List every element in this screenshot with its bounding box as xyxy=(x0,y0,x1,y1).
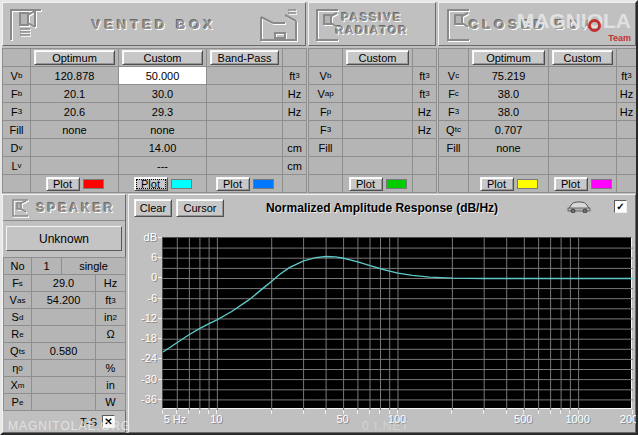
x-axis-tick-label: 100 xyxy=(388,413,406,425)
vented-box-header: VENTED BOX xyxy=(2,2,306,46)
closed-custom-plot-button[interactable]: Plot xyxy=(554,177,588,191)
speaker-eta0-value[interactable] xyxy=(32,360,96,377)
passive-fill-custom[interactable] xyxy=(343,139,413,157)
vented-f3-custom: 29.3 xyxy=(119,103,207,121)
x-axis-tick xyxy=(208,410,209,414)
speaker-sd-value[interactable] xyxy=(32,309,96,326)
vented-fill-optimum[interactable]: none xyxy=(31,121,119,139)
ts-checkbox[interactable]: ✕ xyxy=(102,415,115,428)
table-row: Vb ft3 xyxy=(309,67,437,85)
table-header-row: Optimum Custom Band-Pass xyxy=(3,49,307,67)
passive-plot-button[interactable]: Plot xyxy=(349,177,383,191)
chart-title: Normalized Amplitude Response (dB/Hz) xyxy=(129,201,635,215)
table-row: η0 % xyxy=(4,360,126,377)
passive-radiator-header: PASSIVE RADIATOR xyxy=(308,2,436,46)
app-window: VENTED BOX PASSIVE RADIATOR CLOSED xyxy=(0,0,638,435)
passive-vb-custom-input[interactable] xyxy=(343,67,413,85)
chart-toolbar: Clear Cursor Normalized Amplitude Respon… xyxy=(129,195,635,221)
x-axis-tick xyxy=(397,410,398,414)
speaker-vas-value[interactable]: 54.200 xyxy=(32,292,96,309)
plot-row: Plot Plot xyxy=(439,175,637,193)
vented-f3-optimum: 20.6 xyxy=(31,103,119,121)
speaker-number[interactable]: 1 xyxy=(32,258,62,275)
speaker-fs-value[interactable]: 29.0 xyxy=(32,275,96,292)
vented-custom-plot-button[interactable]: Plot xyxy=(134,177,168,191)
x-axis-tick xyxy=(560,410,561,414)
passive-radiator-table: Custom Vb ft3 Vap ft3 Fp Hz F3 Hz Fill xyxy=(308,48,437,193)
x-axis-tick xyxy=(325,410,326,414)
vented-vb-custom-input[interactable]: 50.000 xyxy=(119,67,207,85)
table-row: Xm in xyxy=(4,377,126,394)
y-axis-tick-label: -30 xyxy=(129,373,157,385)
passive-custom-button[interactable]: Custom xyxy=(346,50,409,65)
table-row: Vb 120.878 50.000 ft3 xyxy=(3,67,307,85)
closed-fc-optimum: 38.0 xyxy=(469,85,549,103)
param-label: Lv xyxy=(3,157,31,175)
table-row: Fs 29.0 Hz xyxy=(4,275,126,292)
closed-f3-optimum: 38.0 xyxy=(469,103,549,121)
vented-fb-custom-input[interactable]: 30.0 xyxy=(119,85,207,103)
plot-area[interactable] xyxy=(162,237,632,409)
vented-dv-custom-input[interactable]: 14.00 xyxy=(119,139,207,157)
table-row: Lv --- cm xyxy=(3,157,307,175)
speaker-pe-value[interactable] xyxy=(32,394,96,411)
speaker-driver-icon xyxy=(445,7,471,45)
vented-fill-custom[interactable]: none xyxy=(119,121,207,139)
vented-custom-button[interactable]: Custom xyxy=(122,50,203,65)
x-axis-tick xyxy=(303,410,304,414)
x-axis-tick xyxy=(188,410,189,414)
param-label: No xyxy=(4,258,32,275)
x-axis-tick xyxy=(569,410,570,414)
x-axis-tick-label: 500 xyxy=(514,413,532,425)
table-row: F3 20.6 29.3 Hz xyxy=(3,103,307,121)
ts-parameters-row: T-S ✕ xyxy=(3,413,125,431)
vented-lv-optimum xyxy=(31,157,119,175)
passive-fp-custom-input[interactable] xyxy=(343,103,413,121)
closed-fill-custom[interactable] xyxy=(549,139,617,157)
table-header-row: Optimum Custom xyxy=(439,49,637,67)
unit-label: ft3 xyxy=(413,85,437,103)
vented-optimum-plot-button[interactable]: Plot xyxy=(46,177,80,191)
vented-bandpass-button[interactable]: Band-Pass xyxy=(210,50,279,65)
vented-fb-bandpass xyxy=(207,85,283,103)
vented-bandpass-plot-button[interactable]: Plot xyxy=(216,177,250,191)
response-curve-plot xyxy=(163,238,633,410)
table-row: Vap ft3 xyxy=(309,85,437,103)
closed-vc-custom-input[interactable] xyxy=(549,67,617,85)
vented-lv-bandpass xyxy=(207,157,283,175)
table-row: Fb 20.1 30.0 Hz xyxy=(3,85,307,103)
unit-label: Hz xyxy=(617,103,637,121)
chart-panel: Clear Cursor Normalized Amplitude Respon… xyxy=(128,194,636,433)
table-row: F3 Hz xyxy=(309,121,437,139)
closed-custom-button[interactable]: Custom xyxy=(552,50,613,65)
param-label: Fb xyxy=(3,85,31,103)
speaker-panel: SPEAKER Unknown No 1 single Fs 29.0 Hz V… xyxy=(2,194,126,433)
closed-qtc-optimum: 0.707 xyxy=(469,121,549,139)
x-axis-tick xyxy=(176,410,177,414)
unit-label: ft3 xyxy=(283,67,307,85)
x-axis-tick xyxy=(162,410,163,414)
vented-optimum-button[interactable]: Optimum xyxy=(34,50,115,65)
table-row: Fill none xyxy=(439,139,637,157)
param-label: Sd xyxy=(4,309,32,326)
closed-fc-custom-input[interactable] xyxy=(549,85,617,103)
chart-overlay-checkbox[interactable]: ✓ xyxy=(614,200,627,213)
speaker-mode[interactable]: single xyxy=(62,258,126,275)
closed-optimum-button[interactable]: Optimum xyxy=(472,50,545,65)
x-axis-tick xyxy=(523,410,524,414)
x-axis-tick xyxy=(506,410,507,414)
passive-vap-custom-input[interactable] xyxy=(343,85,413,103)
x-axis-tick xyxy=(357,410,358,414)
car-icon xyxy=(567,201,591,215)
passive-f3-custom xyxy=(343,121,413,139)
speaker-re-value[interactable] xyxy=(32,326,96,343)
speaker-xm-value[interactable] xyxy=(32,377,96,394)
closed-qtc-custom-input[interactable] xyxy=(549,121,617,139)
closed-box-table: Optimum Custom Vc 75.219 ft3 Fc 38.0 Hz … xyxy=(438,48,637,193)
speaker-name-selector[interactable]: Unknown xyxy=(6,226,122,251)
closed-optimum-plot-button[interactable]: Plot xyxy=(480,177,514,191)
speaker-panel-header: SPEAKER xyxy=(3,195,125,221)
speaker-qts-value[interactable]: 0.580 xyxy=(32,343,96,360)
closed-fill-optimum[interactable]: none xyxy=(469,139,549,157)
param-label: Fs xyxy=(4,275,32,292)
